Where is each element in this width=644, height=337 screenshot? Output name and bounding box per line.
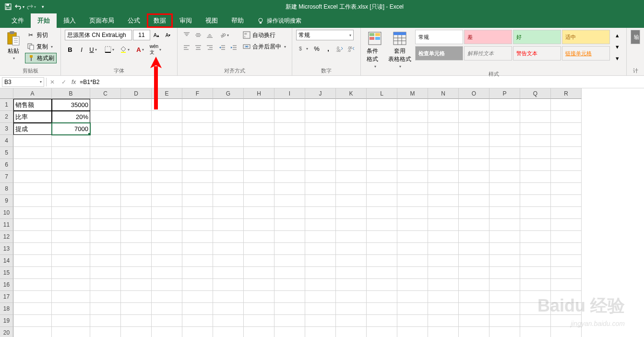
column-header[interactable]: M [397,88,428,99]
style-check-cell[interactable]: 检查单元格 [415,46,463,60]
cell[interactable] [397,99,428,111]
cell[interactable] [90,135,121,147]
cell[interactable] [182,267,213,279]
cell[interactable] [520,219,551,231]
cell[interactable] [13,267,52,279]
cell[interactable] [520,291,551,303]
cell[interactable] [213,303,244,315]
cell[interactable] [367,327,397,337]
cell[interactable] [121,123,152,135]
column-header[interactable]: R [551,88,582,99]
cell[interactable] [520,231,551,243]
cell[interactable] [336,99,367,111]
align-top-icon[interactable] [181,30,192,40]
cell[interactable] [336,303,367,315]
cell[interactable] [213,291,244,303]
cell[interactable] [244,147,274,159]
cell[interactable] [244,195,274,207]
align-left-icon[interactable] [181,42,192,53]
column-header[interactable]: H [244,88,274,99]
cell[interactable] [397,207,428,219]
cell[interactable] [213,195,244,207]
cell[interactable] [90,195,121,207]
cell[interactable] [428,183,459,195]
cell[interactable] [459,207,489,219]
cell[interactable] [428,123,459,135]
cell[interactable] [52,135,90,147]
row-header[interactable]: 13 [0,243,13,255]
cell[interactable]: 7000 [52,123,90,135]
style-normal[interactable]: 常规 [415,30,463,44]
cell[interactable] [90,183,121,195]
column-header[interactable]: Q [520,88,551,99]
cell[interactable] [520,279,551,291]
cell[interactable] [13,291,52,303]
cell[interactable] [52,219,90,231]
cell[interactable] [182,99,213,111]
cell[interactable] [367,279,397,291]
column-header[interactable]: O [459,88,489,99]
row-header[interactable]: 1 [0,99,13,111]
cell[interactable] [213,327,244,337]
cell[interactable] [152,195,182,207]
cell[interactable] [397,123,428,135]
column-header[interactable]: K [336,88,367,99]
cell[interactable] [367,111,397,123]
cell[interactable] [90,123,121,135]
cell[interactable] [305,135,336,147]
row-header[interactable]: 4 [0,135,13,147]
style-linked-cell[interactable]: 链接单元格 [562,46,610,60]
cell[interactable] [428,147,459,159]
column-header[interactable]: C [90,88,121,99]
cell[interactable] [489,123,520,135]
accounting-format-button[interactable]: $▾ [296,43,310,54]
cell[interactable] [182,255,213,267]
cell[interactable] [367,303,397,315]
cell[interactable] [397,183,428,195]
cell[interactable] [152,231,182,243]
cell[interactable] [367,99,397,111]
cell[interactable] [336,171,367,183]
cell[interactable] [213,135,244,147]
cell[interactable] [90,231,121,243]
cell[interactable] [121,303,152,315]
cell[interactable]: 销售额 [13,99,52,111]
cell[interactable] [428,159,459,171]
cell[interactable] [121,219,152,231]
cell[interactable] [90,111,121,123]
cell[interactable] [551,243,582,255]
cell[interactable] [459,183,489,195]
cell[interactable] [305,231,336,243]
cell[interactable] [152,291,182,303]
cell[interactable] [213,243,244,255]
cell[interactable] [520,135,551,147]
cell[interactable] [121,267,152,279]
cell[interactable] [121,159,152,171]
cell[interactable] [489,255,520,267]
cell[interactable] [213,219,244,231]
cell[interactable] [182,315,213,327]
cell[interactable] [489,207,520,219]
style-good[interactable]: 好 [513,30,561,44]
decrease-decimal-button[interactable]: .00.0 [346,43,357,54]
cell[interactable] [13,183,52,195]
cell[interactable] [13,207,52,219]
styles-scroll-up-icon[interactable]: ▴ [612,30,622,40]
cell[interactable] [428,267,459,279]
align-middle-icon[interactable] [193,30,203,40]
cell[interactable] [459,267,489,279]
cut-button[interactable]: ✂剪切 [25,30,57,40]
cell[interactable] [551,255,582,267]
cell[interactable] [397,219,428,231]
cell[interactable] [13,231,52,243]
copy-button[interactable]: 复制▾ [25,41,57,52]
cell[interactable] [551,207,582,219]
cell[interactable] [397,315,428,327]
cell[interactable] [305,99,336,111]
cell[interactable] [397,171,428,183]
cell[interactable] [336,267,367,279]
cell[interactable] [520,315,551,327]
cell[interactable] [182,183,213,195]
cell[interactable] [459,171,489,183]
cell[interactable] [459,327,489,337]
